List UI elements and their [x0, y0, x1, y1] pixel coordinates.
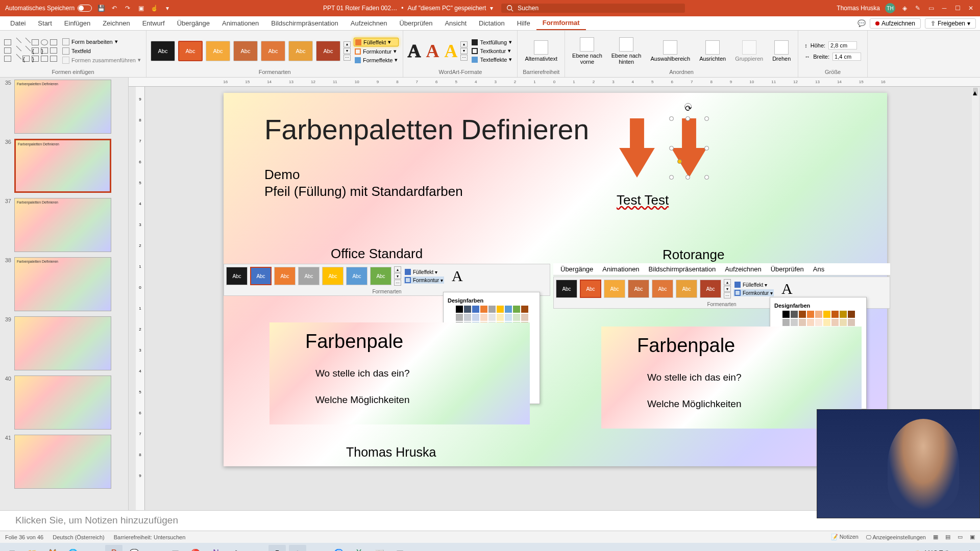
- tab-ansicht[interactable]: Ansicht: [438, 16, 473, 30]
- rotate-button[interactable]: Drehen: [769, 39, 794, 63]
- wordart-gallery[interactable]: A A A: [407, 40, 457, 62]
- mini-style-swatch[interactable]: Abc: [274, 267, 296, 285]
- mini-style-swatch[interactable]: Abc: [580, 280, 601, 298]
- minimize-icon[interactable]: ─: [940, 4, 948, 12]
- undo-icon[interactable]: ↶: [110, 4, 118, 12]
- tab-zeichnen[interactable]: Zeichnen: [96, 16, 136, 30]
- vlc-icon[interactable]: ▲: [146, 545, 163, 551]
- textbox-button[interactable]: Textfeld: [61, 47, 142, 55]
- display-settings[interactable]: 🖵 Anzeigeeinstellungen: [866, 534, 926, 540]
- tab-bildschirm[interactable]: Bildschirmpräsentation: [265, 16, 345, 30]
- outlook-icon[interactable]: ✉: [85, 545, 102, 551]
- mini-style-swatch[interactable]: Abc: [298, 267, 320, 285]
- user-name[interactable]: Thomas Hruska: [837, 5, 880, 12]
- thumbnail[interactable]: 38Farbenpaletten Definieren: [2, 257, 126, 311]
- mini-tab[interactable]: Ans: [813, 265, 824, 273]
- mini-style-swatch[interactable]: Abc: [700, 280, 721, 298]
- mini-style-swatch[interactable]: Abc: [250, 267, 272, 285]
- app-icon[interactable]: ▶: [248, 545, 265, 551]
- redo-icon[interactable]: ↷: [124, 4, 132, 12]
- slide[interactable]: Farbenpaletten Definieren Demo Pfeil (Fü…: [224, 93, 887, 466]
- tab-datei[interactable]: Datei: [4, 16, 32, 30]
- shape-effects-button[interactable]: Formeffekte▾: [354, 56, 399, 64]
- selection-pane-button[interactable]: Auswahlbereich: [647, 39, 693, 63]
- tab-aufzeichnen[interactable]: Aufzeichnen: [345, 16, 394, 30]
- style-swatch[interactable]: Abc: [316, 41, 340, 61]
- text-fill-button[interactable]: Textfüllung▾: [471, 38, 513, 46]
- qat-more-icon[interactable]: ▾: [163, 4, 172, 12]
- comments-icon[interactable]: 💬: [857, 19, 866, 27]
- sel-handle[interactable]: [669, 175, 674, 180]
- group-button[interactable]: Gruppieren: [732, 39, 766, 63]
- tab-start[interactable]: Start: [32, 16, 58, 30]
- sel-handle[interactable]: [685, 116, 690, 121]
- app-icon[interactable]: ▣: [166, 545, 184, 551]
- sel-handle[interactable]: [704, 146, 709, 151]
- test-text[interactable]: Test Test: [617, 192, 669, 208]
- mini-tab[interactable]: Bildschirmpräsentation: [649, 265, 716, 273]
- telegram-icon[interactable]: ✈: [228, 545, 245, 551]
- mini-style-swatch[interactable]: Abc: [556, 280, 577, 298]
- share-button[interactable]: ⇪Freigeben▾: [925, 18, 976, 29]
- shape-style-gallery[interactable]: AbcAbcAbcAbcAbcAbcAbc: [151, 41, 340, 61]
- section-label-office[interactable]: Office Standard: [331, 246, 423, 262]
- chrome-icon[interactable]: 🌐: [64, 545, 82, 551]
- style-swatch[interactable]: Abc: [178, 41, 203, 61]
- slide-counter[interactable]: Folie 36 von 46: [5, 534, 43, 540]
- style-swatch[interactable]: Abc: [288, 41, 313, 61]
- slide-subtitle-1[interactable]: Demo: [264, 167, 300, 183]
- edge-icon[interactable]: 🌀: [330, 545, 347, 551]
- thumbnail[interactable]: 41: [2, 435, 126, 489]
- tab-dictation[interactable]: Dictation: [473, 16, 511, 30]
- explorer-icon[interactable]: 📁: [23, 545, 41, 551]
- eyedropper-icon[interactable]: ✎: [914, 4, 922, 12]
- tab-uebergaenge[interactable]: Übergänge: [171, 16, 216, 30]
- document-title[interactable]: PPT 01 Roter Faden 002… • Auf "diesem PC…: [323, 5, 493, 12]
- tab-formformat[interactable]: Formformat: [536, 16, 586, 30]
- thumbnail[interactable]: 36Farbenpaletten Definieren: [2, 139, 126, 193]
- text-outline-button[interactable]: Textkontur▾: [471, 47, 513, 55]
- chevron-down-icon[interactable]: ▾: [490, 5, 493, 12]
- sel-handle[interactable]: [704, 175, 709, 180]
- thumbnail[interactable]: 35Farbenpaletten Definieren: [2, 80, 126, 134]
- mini-style-swatch[interactable]: Abc: [652, 280, 673, 298]
- height-input[interactable]: [828, 41, 857, 49]
- toggle-switch-icon[interactable]: [78, 5, 92, 12]
- arrow-shape-2-selected[interactable]: ⟳: [671, 118, 707, 178]
- mini-style-swatch[interactable]: Abc: [676, 280, 697, 298]
- language[interactable]: Deutsch (Österreich): [53, 534, 104, 540]
- mini-tab[interactable]: Aufzeichnen: [725, 265, 762, 273]
- merge-shapes-button[interactable]: Formen zusammenführen▾: [61, 56, 142, 64]
- autosave-toggle[interactable]: Automatisches Speichern: [5, 5, 92, 12]
- app-icon[interactable]: ◉: [289, 545, 306, 551]
- bring-forward-button[interactable]: Ebene nach vorne: [569, 36, 605, 66]
- mini-tab[interactable]: Animationen: [602, 265, 639, 273]
- edit-shape-button[interactable]: Form bearbeiten▾: [61, 38, 142, 46]
- notes-toggle[interactable]: 📝 Notizen: [831, 534, 859, 540]
- firefox-icon[interactable]: 🦊: [44, 545, 61, 551]
- adjust-handle[interactable]: [677, 159, 682, 164]
- accessibility-status[interactable]: Barrierefreiheit: Untersuchen: [114, 534, 186, 540]
- tab-ueberpruefen[interactable]: Überprüfen: [393, 16, 438, 30]
- maximize-icon[interactable]: ☐: [953, 4, 962, 12]
- tab-entwurf[interactable]: Entwurf: [136, 16, 171, 30]
- app-icon[interactable]: 💬: [126, 545, 143, 551]
- shapes-gallery[interactable]: {} {}: [4, 39, 58, 63]
- mini-style-swatch[interactable]: Abc: [604, 280, 625, 298]
- excel-icon[interactable]: X: [350, 545, 368, 551]
- fill-effect-button[interactable]: Fülleffekt▾: [354, 38, 399, 46]
- sel-handle[interactable]: [669, 146, 674, 151]
- app-icon[interactable]: 🔴: [187, 545, 204, 551]
- present-icon[interactable]: ▣: [137, 4, 145, 12]
- search-input[interactable]: Suchen: [501, 4, 685, 13]
- thumbnail[interactable]: 37Farbenpaletten Definieren: [2, 198, 126, 252]
- thumbnail[interactable]: 40: [2, 375, 126, 430]
- tab-hilfe[interactable]: Hilfe: [511, 16, 536, 30]
- align-button[interactable]: Ausrichten: [696, 39, 729, 63]
- mini-style-swatch[interactable]: Abc: [628, 280, 649, 298]
- wordart-scroll[interactable]: ▴▾⋯: [460, 41, 468, 61]
- powerpoint-icon[interactable]: P: [105, 545, 122, 551]
- mini-style-swatch[interactable]: Abc: [226, 267, 248, 285]
- user-avatar[interactable]: TH: [885, 3, 895, 13]
- style-swatch[interactable]: Abc: [261, 41, 285, 61]
